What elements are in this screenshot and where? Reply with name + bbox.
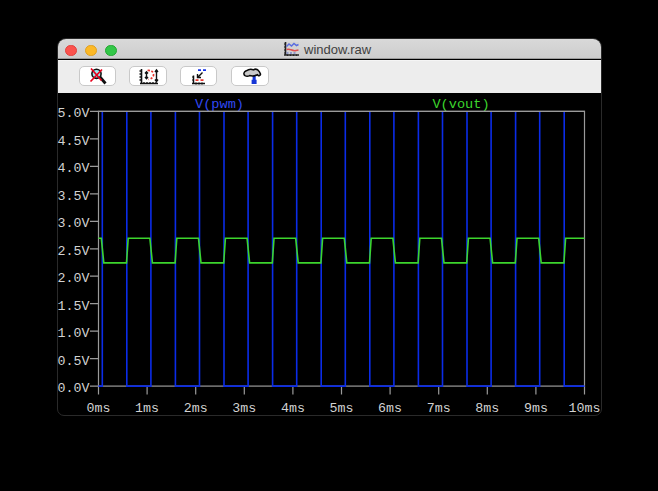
svg-text:0ms: 0ms: [87, 401, 111, 416]
svg-text:1.0V: 1.0V: [58, 326, 90, 341]
svg-text:1ms: 1ms: [135, 401, 159, 416]
svg-text:V(vout): V(vout): [432, 97, 489, 112]
svg-text:1.5V: 1.5V: [58, 299, 90, 314]
svg-text:9ms: 9ms: [524, 401, 548, 416]
svg-text:2.5V: 2.5V: [58, 244, 90, 259]
svg-text:4ms: 4ms: [281, 401, 305, 416]
svg-text:5.0V: 5.0V: [58, 106, 90, 121]
svg-text:0.5V: 0.5V: [58, 354, 90, 369]
svg-text:8ms: 8ms: [475, 401, 499, 416]
svg-text:4.0V: 4.0V: [58, 161, 90, 176]
svg-text:2ms: 2ms: [184, 401, 208, 416]
svg-text:3.5V: 3.5V: [58, 189, 90, 204]
svg-text:3ms: 3ms: [232, 401, 256, 416]
svg-text:4.5V: 4.5V: [58, 134, 90, 149]
svg-text:2.0V: 2.0V: [58, 271, 90, 286]
svg-text:10ms: 10ms: [569, 401, 601, 416]
svg-text:5ms: 5ms: [330, 401, 354, 416]
svg-text:7ms: 7ms: [427, 401, 451, 416]
svg-text:0.0V: 0.0V: [58, 381, 90, 396]
svg-text:3.0V: 3.0V: [58, 216, 90, 231]
svg-text:6ms: 6ms: [378, 401, 402, 416]
svg-text:V(pwm): V(pwm): [195, 97, 244, 112]
